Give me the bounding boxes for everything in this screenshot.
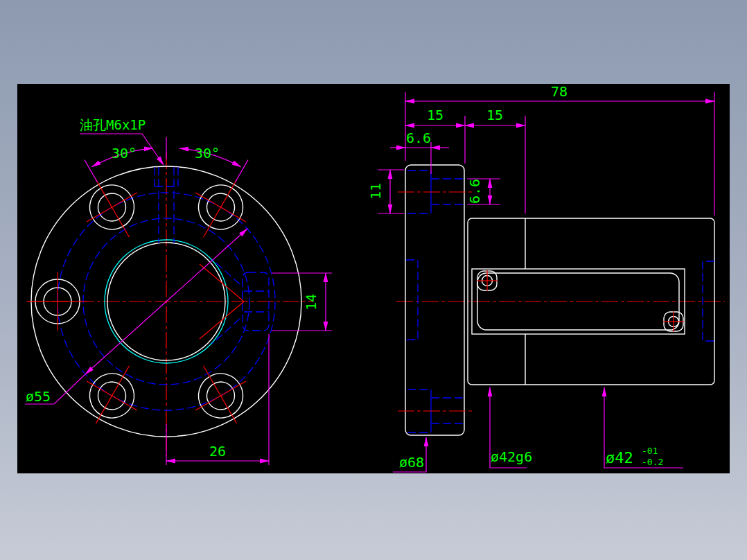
bolt-hole-60 [178, 165, 262, 252]
dim-journal-length: 15 [486, 107, 503, 123]
bolt-hole-300 [178, 351, 262, 438]
dim-angle-left: 30° [112, 145, 137, 161]
dim-journal-diameter: ø42g6 [491, 448, 532, 465]
dim-total-length: 78 [551, 84, 568, 100]
dim-flat-offset: 26 [209, 443, 226, 460]
dim-keyway-width: 14 [303, 294, 319, 310]
dim-bolt-circle: ø55 [26, 388, 51, 405]
dim-body-tol-lower: -0.2 [642, 457, 663, 467]
side-view: 78 15 15 6.6 11 6.6 [367, 84, 725, 472]
cad-drawing: 油孔M6x1P 30° 30° ø55 26 14 [17, 84, 730, 473]
bolt-hole-180 [28, 272, 87, 331]
dim-flange-diameter: ø68 [399, 454, 424, 471]
flange-plate-outline [405, 165, 464, 435]
dim-flange-thickness: 15 [427, 107, 443, 123]
dim-angle-right: 30° [195, 145, 220, 161]
dim-body-tol-upper: -01 [642, 446, 658, 456]
flange-recess-hidden [406, 260, 418, 340]
side-dimensions: 78 15 15 6.6 11 6.6 [367, 84, 714, 472]
dim-counterbore-width: 11 [367, 183, 384, 200]
dim-oil-hole-label: 油孔M6x1P [80, 117, 146, 132]
dim-counterbore-depth: 6.6 [406, 130, 431, 146]
cad-drawing-canvas: 油孔M6x1P 30° 30° ø55 26 14 [17, 84, 730, 473]
dim-body-diameter: ø42 [606, 449, 633, 466]
side-bolt-hole-hidden [398, 390, 474, 432]
front-view: 油孔M6x1P 30° 30° ø55 26 14 [25, 117, 332, 465]
side-oil-hole-hidden [398, 170, 474, 213]
bolt-hole-120 [71, 165, 155, 252]
bolt-hole-240 [71, 351, 155, 438]
dim-oil-hole-diameter: 6.6 [466, 179, 483, 204]
